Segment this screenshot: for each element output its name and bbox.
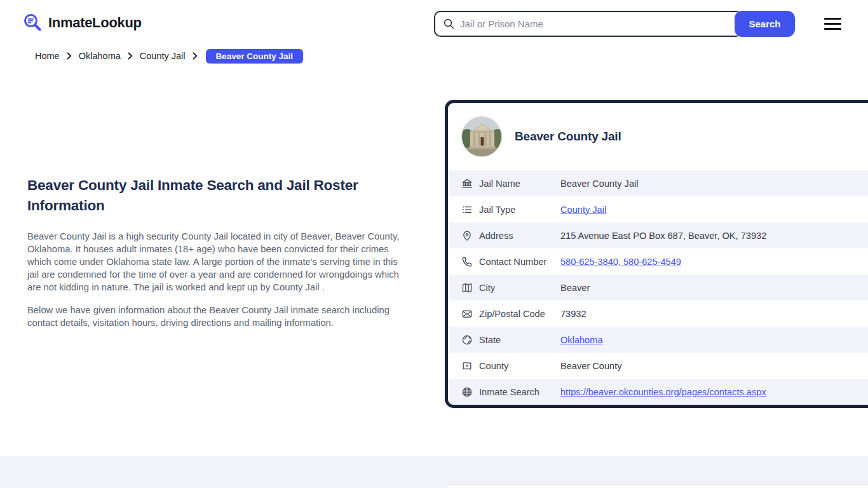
chevron-right-icon [128, 52, 133, 60]
article: Beaver County Jail Inmate Search and Jai… [27, 175, 407, 339]
detail-label: County [479, 361, 560, 371]
jail-detail-row: Address215 Avenue East PO Box 687, Beave… [448, 222, 868, 248]
phone-icon [461, 256, 473, 268]
breadcrumb-current-badge: Beaver County Jail [206, 49, 304, 64]
magnifier-logo-icon [23, 13, 43, 32]
list-icon [461, 204, 473, 215]
breadcrumb-link-oklahoma[interactable]: Oklahoma [79, 51, 121, 61]
detail-value: Beaver [560, 283, 590, 293]
mail-open-icon [461, 308, 473, 320]
jail-info-card: Beaver County Jail Jail NameBeaver Count… [445, 100, 868, 408]
brand-name: InmateLookup [48, 15, 142, 31]
jail-photo [461, 116, 502, 157]
detail-label: Inmate Search [479, 387, 560, 397]
detail-label: State [479, 335, 560, 345]
detail-value: Beaver County [560, 361, 622, 371]
globe-icon [461, 386, 473, 398]
jail-card-title: Beaver County Jail [515, 130, 621, 144]
detail-label: Contact Number [479, 257, 560, 267]
search-icon [443, 18, 455, 30]
jail-detail-row: CountyBeaver County [448, 353, 868, 379]
breadcrumb-link-county-jail[interactable]: County Jail [140, 51, 186, 61]
breadcrumb: HomeOklahomaCounty JailBeaver County Jai… [35, 48, 303, 64]
search-bar: Search [434, 11, 795, 37]
detail-value: 215 Avenue East PO Box 687, Beaver, OK, … [560, 231, 766, 241]
detail-value[interactable]: 580-625-3840, 580-625-4549 [560, 257, 681, 267]
jail-detail-row: CityBeaver [448, 274, 868, 301]
article-paragraph-2: Below we have given information about th… [27, 304, 407, 329]
earth-icon [461, 334, 473, 346]
jail-detail-row: Jail TypeCounty Jail [448, 196, 868, 222]
chevron-right-icon [193, 52, 198, 60]
detail-label: Jail Type [479, 205, 560, 215]
detail-value[interactable]: https://beaver.okcounties.org/pages/cont… [560, 387, 766, 397]
search-input[interactable] [460, 12, 741, 36]
next-card-top-edge [445, 484, 868, 488]
detail-value[interactable]: County Jail [560, 205, 606, 215]
bank-icon [461, 178, 473, 189]
detail-label: Jail Name [479, 179, 560, 189]
jail-detail-row: Contact Number580-625-3840, 580-625-4549 [448, 248, 868, 274]
jail-detail-row: Zip/Postal Code73932 [448, 301, 868, 327]
search-input-wrap [434, 11, 742, 37]
detail-label: Zip/Postal Code [479, 309, 560, 319]
map-icon [461, 282, 473, 294]
jail-card-header: Beaver County Jail [448, 103, 868, 170]
page-title: Beaver County Jail Inmate Search and Jai… [27, 175, 407, 216]
menu-icon[interactable] [824, 18, 841, 30]
jail-detail-row: Inmate Searchhttps://beaver.okcounties.o… [448, 379, 868, 405]
jail-detail-row: StateOklahoma [448, 327, 868, 353]
jail-details-table: Jail NameBeaver County JailJail TypeCoun… [448, 170, 868, 405]
detail-value[interactable]: Oklahoma [560, 335, 603, 345]
detail-label: City [479, 283, 560, 293]
flag-map-icon [461, 360, 473, 372]
bottom-section [0, 456, 868, 488]
brand-logo[interactable]: InmateLookup [23, 13, 142, 32]
detail-value: 73932 [560, 309, 587, 319]
chevron-right-icon [67, 52, 72, 60]
location-pin-icon [461, 230, 473, 241]
breadcrumb-link-home[interactable]: Home [35, 51, 60, 61]
article-paragraph-1: Beaver County Jail is a high security Co… [27, 230, 407, 294]
jail-detail-row: Jail NameBeaver County Jail [448, 170, 868, 196]
detail-value: Beaver County Jail [560, 179, 639, 189]
search-button[interactable]: Search [735, 11, 795, 37]
detail-label: Address [479, 231, 560, 241]
